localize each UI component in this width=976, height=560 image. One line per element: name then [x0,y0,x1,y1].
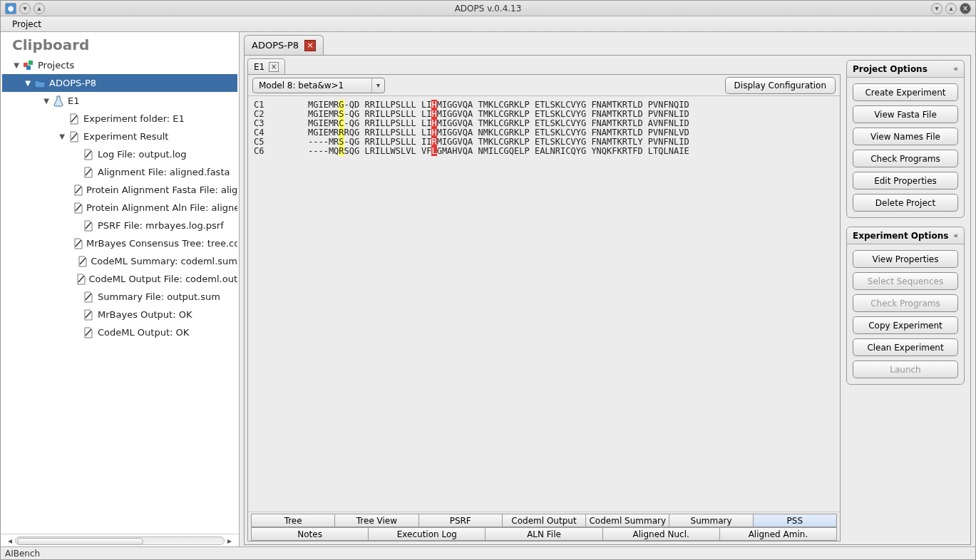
scroll-track[interactable] [15,536,225,545]
delete-project-button[interactable]: Delete Project [853,194,958,212]
sequence-id: C6 [254,147,308,156]
projects-icon [22,59,35,72]
view-fasta-file-button[interactable]: View Fasta File [853,105,958,123]
file-icon [82,166,95,179]
tree-label: Summary File: output.sum [98,291,220,302]
bottom-tab-aligned-amin-[interactable]: Aligned Amin. [719,527,837,541]
bottom-tab-execution-log[interactable]: Execution Log [368,527,486,541]
experiment-toolbar: Model 8: beta&w>1 ▾ Display Configuratio… [248,75,840,96]
view-properties-button[interactable]: View Properties [853,250,958,268]
file-icon [73,202,83,214]
bottom-tab-psrf[interactable]: PSRF [418,514,503,527]
scroll-left-icon[interactable]: ◂ [5,536,15,546]
twisty-icon[interactable]: ▼ [42,97,51,105]
tree-label: E1 [68,95,80,106]
project-tab-strip: ADOPS-P8 × [240,32,975,55]
create-experiment-button[interactable]: Create Experiment [853,83,958,101]
file-icon [82,219,95,232]
maximize-icon[interactable]: ▴ [945,3,957,14]
file-icon [82,148,95,161]
model-select[interactable]: Model 8: beta&w>1 ▾ [252,78,385,93]
scroll-right-icon[interactable]: ▸ [225,536,235,546]
window-title: ADOPS v.0.4.13 [1,4,975,14]
sidebar-header: Clipboard [2,33,237,55]
right-column: Project Options « Create ExperimentView … [843,56,970,544]
model-select-value: Model 8: beta&w>1 [259,81,344,90]
menu-project[interactable]: Project [6,18,47,31]
tree-experiment-e1[interactable]: ▼ E1 [2,92,237,110]
bottom-tab-aligned-nucl-[interactable]: Aligned Nucl. [602,527,720,541]
titlebar-chevron-down-icon[interactable]: ▾ [19,3,31,14]
experiment-tab-e1[interactable]: E1 × [247,58,285,74]
tree-file[interactable]: Alignment File: aligned.fasta [2,163,237,181]
bottom-tab-aln-file[interactable]: ALN File [485,527,602,541]
display-configuration-button[interactable]: Display Configuration [725,77,836,94]
tree-file[interactable]: CodeML Output File: codeml.out [2,270,237,288]
svg-rect-2 [26,66,31,70]
panel-title[interactable]: Experiment Options « [847,227,964,244]
close-tab-icon[interactable]: × [304,40,316,51]
file-icon [68,130,81,143]
twisty-icon[interactable]: ▼ [24,79,32,87]
collapse-icon[interactable]: « [954,232,958,239]
tree-label: MrBayes Consensus Tree: tree.con [86,238,237,249]
svg-rect-1 [29,61,33,65]
file-icon [68,113,81,125]
tree-file[interactable]: Protein Alignment Aln File: aligned_prot… [2,199,237,217]
flask-icon [52,95,65,108]
clean-experiment-button[interactable]: Clean Experiment [853,338,958,356]
file-icon [82,308,95,321]
titlebar-chevron-up-icon[interactable]: ▴ [34,3,45,14]
bottom-tab-summary[interactable]: Summary [669,514,753,527]
project-tree: ▼ Projects ▼ ADOPS-P8 ▼ [2,55,237,341]
tab-label: E1 [254,62,264,72]
tree-file[interactable]: Summary File: output.sum [2,288,237,306]
tree-experiment-folder[interactable]: Experiment folder: E1 [2,110,237,128]
project-tab-adops-p8[interactable]: ADOPS-P8 × [244,35,324,55]
bottom-tab-codeml-summary[interactable]: Codeml Summary [585,514,669,527]
copy-experiment-button[interactable]: Copy Experiment [853,316,958,334]
alignment-view[interactable]: C1MGIEMRG-QD RRILLPSLLL LIHMIGGVQA TMKLC… [248,96,840,512]
tree-file[interactable]: Protein Alignment Fasta File: aligned_pr… [2,181,237,199]
tree-file[interactable]: Log File: output.log [2,145,237,163]
sidebar: Clipboard ▼ Projects ▼ [1,32,240,546]
tree-experiment-result[interactable]: ▼ Experiment Result [2,128,237,145]
tree-file[interactable]: PSRF File: mrbayes.log.psrf [2,217,237,234]
tree-label: Experiment Result [83,131,168,142]
tree-label: CodeML Summary: codeml.sum [91,256,237,266]
sequence-row: C6----MQRSQG LRILLWSLVL VFLGMAHVQA NMILC… [254,147,834,156]
panel-title[interactable]: Project Options « [847,61,964,78]
tree-label: CodeML Output File: codeml.out [89,274,237,284]
tree-file[interactable]: CodeML Output: OK [2,323,237,341]
tree-label: CodeML Output: OK [98,327,189,338]
bottom-tab-tree[interactable]: Tree [251,514,335,527]
twisty-icon[interactable]: ▼ [58,133,66,140]
main-area: ADOPS-P8 × E1 × Model 8: be [240,32,975,546]
sidebar-scrollbar[interactable]: ◂ ▸ [1,534,239,546]
view-names-file-button[interactable]: View Names File [853,128,958,145]
select-sequences-button: Select Sequences [853,272,958,290]
tree-root-projects[interactable]: ▼ Projects [2,56,237,74]
tree-file[interactable]: CodeML Summary: codeml.sum [2,252,237,270]
close-tab-icon[interactable]: × [269,62,279,72]
chevron-down-icon: ▾ [371,78,380,93]
collapse-icon[interactable]: « [954,65,958,73]
bottom-tab-notes[interactable]: Notes [251,527,369,541]
project-panel: E1 × Model 8: beta&w>1 ▾ Displ [244,55,971,545]
tree-label: Protein Alignment Aln File: aligned_prot… [86,202,237,213]
twisty-icon[interactable]: ▼ [12,61,21,69]
check-programs-button[interactable]: Check Programs [853,150,958,167]
tree-file[interactable]: MrBayes Consensus Tree: tree.con [2,234,237,252]
tree-label: Log File: output.log [98,149,186,160]
tree-project-adops-p8[interactable]: ▼ ADOPS-P8 [2,74,237,92]
close-icon[interactable]: × [960,3,971,14]
edit-properties-button[interactable]: Edit Properties [853,172,958,190]
project-left: E1 × Model 8: beta&w>1 ▾ Displ [245,56,843,544]
bottom-tab-pss[interactable]: PSS [753,514,837,527]
app-window: ● ▾ ▴ ADOPS v.0.4.13 ▾ ▴ × Project Clipb… [0,0,976,560]
minimize-icon[interactable]: ▾ [931,3,942,14]
bottom-tab-tree-view[interactable]: Tree View [334,514,418,527]
bottom-tab-codeml-output[interactable]: Codeml Output [502,514,586,527]
file-icon [73,184,83,197]
tree-file[interactable]: MrBayes Output: OK [2,306,237,323]
